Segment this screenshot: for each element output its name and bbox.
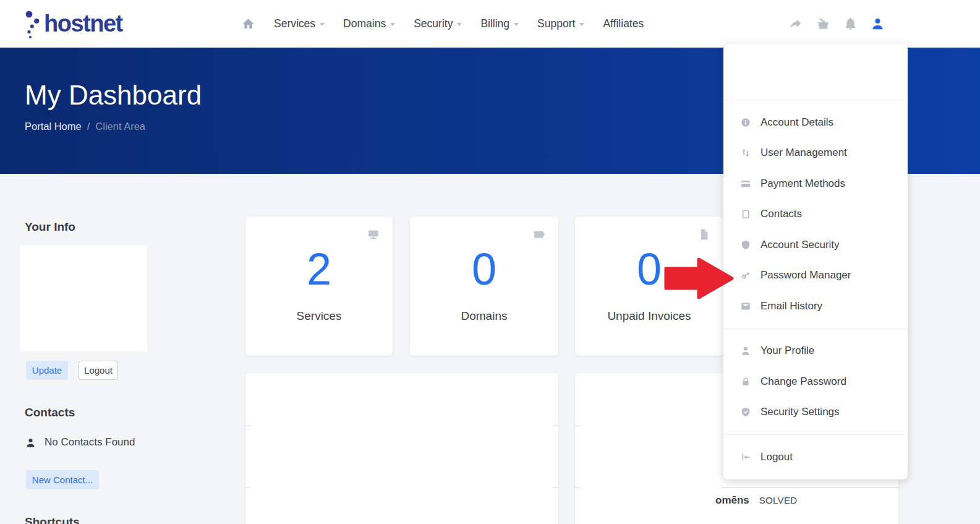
email-icon [740,301,751,312]
hostnet-logo[interactable]: hostnet [22,0,122,47]
lock-icon [740,376,751,387]
payment-methods-icon [740,178,751,189]
user-menu-group-profile: Your Profile Change Password Security Se… [723,329,908,435]
logout-icon [740,452,751,463]
tag-icon [532,228,546,241]
home-nav-button[interactable] [241,17,255,31]
notifications-icon[interactable] [843,17,858,31]
user-icon[interactable] [871,17,885,31]
menu-item-logout[interactable]: Logout [723,442,908,473]
contact-person-icon [25,437,36,449]
nav-item-domains[interactable]: Domains [343,17,395,30]
breadcrumb-separator: / [87,121,90,132]
domains-summary-card[interactable]: 0 Domains [410,217,558,356]
unpaid-invoices-card-label: Unpaid Invoices [575,309,723,323]
domains-card-label: Domains [410,309,558,323]
home-icon [241,17,255,31]
shortcuts-heading-clipped: Shortcuts [25,515,80,524]
main-navigation: Services Domains Security Billing Suppor… [241,0,644,47]
services-count: 2 [245,245,393,294]
no-contacts-text: No Contacts Found [45,436,135,449]
navbar-icon-group [789,0,885,47]
services-summary-card[interactable]: 2 Services [245,217,393,356]
services-card-label: Services [245,309,393,323]
row-divider [553,487,558,488]
menu-item-your-profile[interactable]: Your Profile [723,336,908,367]
nav-item-services[interactable]: Services [274,17,325,30]
brand-wordmark: hostnet [44,11,122,37]
nav-item-affiliates[interactable]: Affiliates [603,17,644,30]
breadcrumb-portal-home[interactable]: Portal Home [25,121,82,132]
domains-count: 0 [410,245,558,294]
unpaid-invoices-count: 0 [575,245,723,294]
nav-item-security[interactable]: Security [414,17,462,30]
top-navbar: hostnet Services Domains Security Bill [0,0,980,48]
profile-info-box [20,245,147,351]
client-area-dashboard: hostnet Services Domains Security Bill [0,0,980,524]
menu-item-user-management[interactable]: User Management [723,138,908,169]
menu-item-account-details[interactable]: Account Details [723,107,908,138]
key-icon [740,270,751,281]
nav-item-support[interactable]: Support [537,17,584,30]
ticket-title-fragment: omēns [715,494,749,507]
menu-item-account-security[interactable]: Account Security [723,230,908,260]
row-divider [722,487,898,488]
row-divider [575,487,581,488]
shield-icon [740,239,751,251]
page-title: My Dashboard [25,80,202,111]
chevron-down-icon [457,23,462,26]
shield-check-icon [740,406,751,418]
no-contacts-row: No Contacts Found [25,436,135,449]
contacts-icon [740,208,751,220]
unpaid-invoices-summary-card[interactable]: 0 Unpaid Invoices [575,217,723,356]
ticket-status-badge: SOLVED [759,495,798,505]
new-contact-button[interactable]: New Contact... [26,470,99,489]
info-icon [740,117,751,128]
lower-middle-panel [245,373,558,524]
nav-item-billing[interactable]: Billing [480,17,519,30]
user-menu-dropdown: Account Details User Management Payment … [723,44,908,479]
cart-icon[interactable] [816,17,830,31]
user-menu-header [723,44,908,100]
breadcrumb: Portal Home / Client Area [25,121,145,132]
user-menu-group-logout: Logout [723,434,908,479]
logout-button[interactable]: Logout [79,361,118,380]
row-divider [553,425,558,426]
ticket-row-partial[interactable]: omēns SOLVED [715,494,797,507]
chevron-down-icon [579,23,584,26]
row-divider [575,425,581,426]
menu-item-password-manager[interactable]: Password Manager [723,260,908,291]
row-divider [245,425,251,426]
breadcrumb-current: Client Area [95,121,145,132]
row-divider [245,487,251,488]
menu-item-security-settings[interactable]: Security Settings [723,397,908,428]
menu-item-change-password[interactable]: Change Password [723,366,908,397]
invoice-icon [697,228,711,241]
menu-item-payment-methods[interactable]: Payment Methods [723,168,908,199]
chevron-down-icon [320,23,325,26]
menu-item-contacts[interactable]: Contacts [723,199,908,230]
chevron-down-icon [390,23,395,26]
your-info-heading: Your Info [25,220,75,234]
user-menu-group-account: Account Details User Management Payment … [723,100,908,329]
server-icon [367,228,380,241]
person-icon [740,345,751,356]
brand-dots-mark [22,7,41,40]
user-management-icon [740,147,751,158]
share-icon[interactable] [789,17,803,31]
contacts-heading: Contacts [25,406,75,419]
chevron-down-icon [514,23,519,26]
menu-item-email-history[interactable]: Email History [723,291,908,322]
update-button[interactable]: Update [26,361,68,380]
